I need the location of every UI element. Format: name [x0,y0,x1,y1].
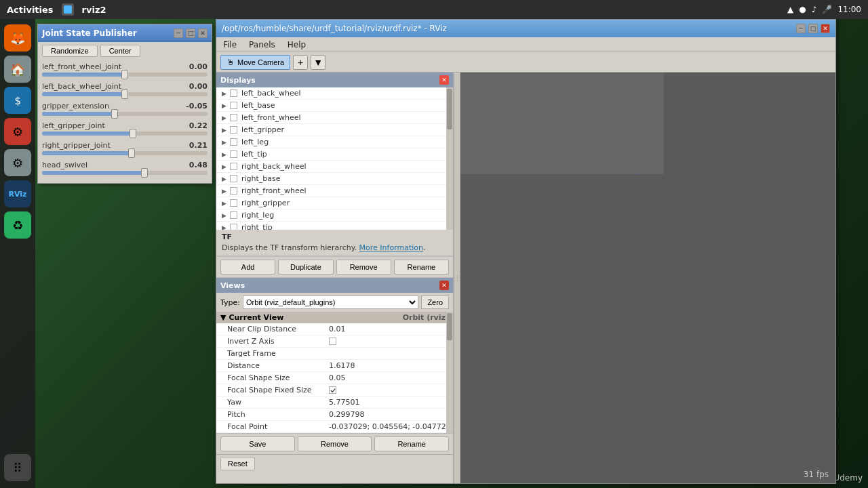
rename-button[interactable]: Rename [394,260,449,274]
rviz-title: /opt/ros/humble/share/urdf_tutorial/rviz… [222,24,447,33]
reset-button[interactable]: Reset [220,457,255,470]
joint-slider-thumb-0[interactable] [121,70,128,79]
joint-slider-track-1[interactable] [42,92,208,96]
displays-scroll-thumb[interactable] [447,89,452,129]
dock-item-settings[interactable]: ⚙ [4,118,31,145]
prop-name-4: Focal Shape Size [227,373,329,382]
display-arrow-7: ▶ [222,176,229,182]
display-checkbox-5[interactable] [230,150,237,158]
menu-help[interactable]: Help [285,40,309,49]
mic-icon: 🎤 [822,5,832,14]
display-item-1[interactable]: ▶ left_base [216,100,453,112]
center-button[interactable]: Center [100,45,140,57]
display-checkbox-0[interactable] [230,89,237,97]
display-name-10: right_leg [241,211,274,220]
display-item-8[interactable]: ▶ right_front_wheel [216,185,453,197]
jsp-close-button[interactable]: ✕ [198,28,208,38]
display-checkbox-2[interactable] [230,114,237,121]
joint-slider-track-2[interactable] [42,112,208,116]
display-item-7[interactable]: ▶ right_base [216,173,453,185]
randomize-button[interactable]: Randomize [42,45,98,57]
move-camera-button[interactable]: 🖱 Move Camera [220,55,290,70]
dock-item-firefox[interactable]: 🦊 [4,24,31,52]
display-item-0[interactable]: ▶ left_back_wheel [216,87,453,100]
toolbar-add-button[interactable]: + [293,55,308,70]
dock-item-rviz[interactable]: RViz [4,180,31,207]
views-scrollbar[interactable] [446,312,453,433]
display-item-3[interactable]: ▶ left_gripper [216,124,453,136]
views-type-select[interactable]: Orbit (rviz_default_plugins) [243,296,418,309]
prop-name-0: Near Clip Distance [227,325,329,333]
displays-close-button[interactable]: ✕ [439,75,449,85]
joint-slider-fill-0 [42,73,125,77]
toolbar-dropdown-button[interactable]: ▼ [311,55,326,70]
duplicate-button[interactable]: Duplicate [278,260,333,274]
joint-slider-thumb-4[interactable] [128,148,135,158]
add-button[interactable]: Add [220,260,275,274]
dock-item-green[interactable]: ♻ [4,211,31,239]
display-item-10[interactable]: ▶ right_leg [216,209,453,222]
tf-more-info-link[interactable]: More Information [359,243,423,252]
prop-name-6: Yaw [227,398,329,407]
display-item-4[interactable]: ▶ left_leg [216,136,453,148]
activities-label[interactable]: Activities [7,5,54,15]
dock-item-apps[interactable]: ⠿ [4,454,31,481]
joint-slider-track-0[interactable] [42,73,208,77]
display-checkbox-3[interactable] [230,126,237,134]
display-item-2[interactable]: ▶ left_front_wheel [216,112,453,124]
menu-panels[interactable]: Panels [246,40,278,49]
rviz-close-button[interactable]: ✕ [821,24,830,33]
display-checkbox-7[interactable] [230,175,237,182]
joint-slider-thumb-2[interactable] [111,109,118,119]
prop-name-1: Invert Z Axis [227,337,329,346]
jsp-minimize-button[interactable]: ─ [174,28,183,38]
joint-slider-thumb-1[interactable] [121,89,128,99]
views-scroll-thumb[interactable] [447,313,452,340]
rviz-left-panel: Displays ✕ ▶ left_back_wheel ▶ left_base… [216,73,454,483]
display-arrow-6: ▶ [222,163,229,170]
joint-slider-thumb-3[interactable] [130,129,136,138]
menu-file[interactable]: File [220,40,239,49]
display-checkbox-1[interactable] [230,102,237,109]
display-name-7: right_base [241,174,281,183]
svg-rect-1 [460,73,664,174]
display-item-9[interactable]: ▶ right_gripper [216,197,453,209]
prop-checkbox-1[interactable] [329,338,336,345]
joint-slider-track-3[interactable] [42,131,208,136]
display-checkbox-11[interactable] [230,224,237,230]
display-checkbox-8[interactable] [230,187,237,195]
prop-checkbox-5[interactable] [329,386,336,394]
rviz-viewport[interactable]: 31 fps [460,73,835,483]
display-checkbox-4[interactable] [230,138,237,146]
jsp-maximize-button[interactable]: □ [186,28,195,38]
views-bottom-buttons: Save Remove Rename [216,433,453,454]
display-item-5[interactable]: ▶ left_tip [216,148,453,161]
views-remove-button[interactable]: Remove [298,436,372,451]
joint-slider-track-4[interactable] [42,151,208,155]
views-save-button[interactable]: Save [220,436,295,451]
dock-item-terminal[interactable]: $ [4,87,31,114]
dock-item-files[interactable]: 🏠 [4,56,31,83]
views-rename-button[interactable]: Rename [374,436,449,451]
joint-value-3: 0.22 [189,121,208,130]
displays-scrollbar[interactable] [446,87,453,230]
display-item-6[interactable]: ▶ right_back_wheel [216,161,453,173]
tf-section: TF Displays the TF transform hierarchy. … [216,230,453,256]
fps-label: 31 fps [804,470,829,479]
joint-slider-track-5[interactable] [42,171,208,175]
display-checkbox-9[interactable] [230,199,237,207]
rviz-maximize-button[interactable]: □ [808,24,818,33]
display-checkbox-6[interactable] [230,163,237,170]
prop-value-6: 5.77501 [329,398,449,407]
dock-item-gear[interactable]: ⚙ [4,149,31,176]
views-close-button[interactable]: ✕ [439,281,449,290]
remove-button[interactable]: Remove [336,260,391,274]
display-checkbox-10[interactable] [230,211,237,219]
views-zero-button[interactable]: Zero [421,296,449,309]
joint-slider-thumb-5[interactable] [141,168,148,178]
prop-name-5: Focal Shape Fixed Size [227,386,329,394]
panel-resizer[interactable]: ⋮ [454,73,460,483]
rviz-minimize-button[interactable]: ─ [796,24,806,33]
display-item-11[interactable]: ▶ right_tip [216,222,453,230]
display-name-0: left_back_wheel [241,89,301,98]
